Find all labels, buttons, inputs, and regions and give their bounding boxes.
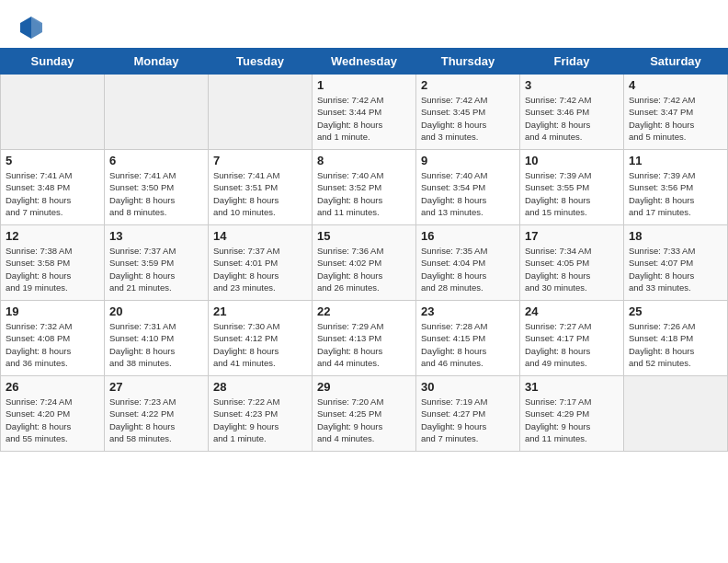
day-info: Sunrise: 7:39 AM Sunset: 3:56 PM Dayligh… <box>629 169 722 218</box>
logo-icon <box>18 15 44 40</box>
day-number: 10 <box>525 154 619 167</box>
day-number: 23 <box>421 304 515 318</box>
calendar-cell <box>105 75 209 150</box>
calendar-cell: 30Sunrise: 7:19 AM Sunset: 4:27 PM Dayli… <box>416 376 520 452</box>
day-number: 17 <box>525 229 619 243</box>
day-number: 28 <box>213 380 307 394</box>
day-info: Sunrise: 7:40 AM Sunset: 3:52 PM Dayligh… <box>317 169 411 218</box>
day-info: Sunrise: 7:31 AM Sunset: 4:10 PM Dayligh… <box>109 320 203 369</box>
calendar-cell: 2Sunrise: 7:42 AM Sunset: 3:45 PM Daylig… <box>416 75 520 150</box>
day-number: 27 <box>109 380 203 394</box>
calendar-week-row: 26Sunrise: 7:24 AM Sunset: 4:20 PM Dayli… <box>1 376 728 452</box>
day-number: 18 <box>629 229 722 243</box>
calendar-cell: 29Sunrise: 7:20 AM Sunset: 4:25 PM Dayli… <box>313 376 416 452</box>
day-info: Sunrise: 7:36 AM Sunset: 4:02 PM Dayligh… <box>317 245 411 293</box>
svg-marker-1 <box>31 17 42 39</box>
day-number: 5 <box>6 154 99 167</box>
day-number: 13 <box>109 229 203 243</box>
day-number: 29 <box>317 380 411 394</box>
calendar-cell: 8Sunrise: 7:40 AM Sunset: 3:52 PM Daylig… <box>313 150 416 225</box>
calendar-cell: 21Sunrise: 7:30 AM Sunset: 4:12 PM Dayli… <box>209 301 313 376</box>
day-info: Sunrise: 7:40 AM Sunset: 3:54 PM Dayligh… <box>421 169 515 218</box>
day-info: Sunrise: 7:29 AM Sunset: 4:13 PM Dayligh… <box>317 320 411 369</box>
calendar-cell: 16Sunrise: 7:35 AM Sunset: 4:04 PM Dayli… <box>416 225 520 301</box>
day-number: 4 <box>629 78 722 92</box>
calendar-week-row: 5Sunrise: 7:41 AM Sunset: 3:48 PM Daylig… <box>1 150 728 225</box>
calendar-week-row: 19Sunrise: 7:32 AM Sunset: 4:08 PM Dayli… <box>1 301 728 376</box>
day-number: 21 <box>213 304 307 318</box>
day-info: Sunrise: 7:32 AM Sunset: 4:08 PM Dayligh… <box>6 320 99 369</box>
calendar-cell: 27Sunrise: 7:23 AM Sunset: 4:22 PM Dayli… <box>105 376 209 452</box>
day-info: Sunrise: 7:20 AM Sunset: 4:25 PM Dayligh… <box>317 396 411 444</box>
day-info: Sunrise: 7:37 AM Sunset: 4:01 PM Dayligh… <box>213 245 307 293</box>
day-info: Sunrise: 7:42 AM Sunset: 3:46 PM Dayligh… <box>525 94 619 143</box>
calendar-cell: 3Sunrise: 7:42 AM Sunset: 3:46 PM Daylig… <box>520 75 624 150</box>
calendar-cell: 4Sunrise: 7:42 AM Sunset: 3:47 PM Daylig… <box>624 75 728 150</box>
day-info: Sunrise: 7:26 AM Sunset: 4:18 PM Dayligh… <box>629 320 722 369</box>
calendar-cell: 14Sunrise: 7:37 AM Sunset: 4:01 PM Dayli… <box>209 225 313 301</box>
calendar-cell: 5Sunrise: 7:41 AM Sunset: 3:48 PM Daylig… <box>1 150 105 225</box>
day-info: Sunrise: 7:28 AM Sunset: 4:15 PM Dayligh… <box>421 320 515 369</box>
calendar-cell: 24Sunrise: 7:27 AM Sunset: 4:17 PM Dayli… <box>520 301 624 376</box>
day-number: 8 <box>317 154 411 167</box>
day-info: Sunrise: 7:35 AM Sunset: 4:04 PM Dayligh… <box>421 245 515 293</box>
day-number: 3 <box>525 78 619 92</box>
calendar-cell: 17Sunrise: 7:34 AM Sunset: 4:05 PM Dayli… <box>520 225 624 301</box>
day-info: Sunrise: 7:39 AM Sunset: 3:55 PM Dayligh… <box>525 169 619 218</box>
calendar-cell: 25Sunrise: 7:26 AM Sunset: 4:18 PM Dayli… <box>624 301 728 376</box>
calendar-cell: 19Sunrise: 7:32 AM Sunset: 4:08 PM Dayli… <box>1 301 105 376</box>
calendar-cell: 31Sunrise: 7:17 AM Sunset: 4:29 PM Dayli… <box>520 376 624 452</box>
day-info: Sunrise: 7:24 AM Sunset: 4:20 PM Dayligh… <box>6 396 99 444</box>
day-number: 1 <box>317 78 411 92</box>
day-number: 11 <box>629 154 722 167</box>
weekday-header: Saturday <box>624 49 728 75</box>
calendar-cell <box>624 376 728 452</box>
weekday-header: Sunday <box>1 49 105 75</box>
svg-marker-2 <box>20 17 31 39</box>
day-number: 26 <box>6 380 99 394</box>
calendar-cell: 28Sunrise: 7:22 AM Sunset: 4:23 PM Dayli… <box>209 376 313 452</box>
day-number: 7 <box>213 154 307 167</box>
day-info: Sunrise: 7:34 AM Sunset: 4:05 PM Dayligh… <box>525 245 619 293</box>
day-number: 6 <box>109 154 203 167</box>
day-number: 31 <box>525 380 619 394</box>
day-number: 30 <box>421 380 515 394</box>
weekday-row: SundayMondayTuesdayWednesdayThursdayFrid… <box>1 49 728 75</box>
day-info: Sunrise: 7:42 AM Sunset: 3:45 PM Dayligh… <box>421 94 515 143</box>
calendar-cell: 18Sunrise: 7:33 AM Sunset: 4:07 PM Dayli… <box>624 225 728 301</box>
calendar-week-row: 12Sunrise: 7:38 AM Sunset: 3:58 PM Dayli… <box>1 225 728 301</box>
day-info: Sunrise: 7:38 AM Sunset: 3:58 PM Dayligh… <box>6 245 99 293</box>
calendar-cell: 12Sunrise: 7:38 AM Sunset: 3:58 PM Dayli… <box>1 225 105 301</box>
day-info: Sunrise: 7:42 AM Sunset: 3:44 PM Dayligh… <box>317 94 411 143</box>
calendar-cell: 20Sunrise: 7:31 AM Sunset: 4:10 PM Dayli… <box>105 301 209 376</box>
calendar-week-row: 1Sunrise: 7:42 AM Sunset: 3:44 PM Daylig… <box>1 75 728 150</box>
calendar-cell: 11Sunrise: 7:39 AM Sunset: 3:56 PM Dayli… <box>624 150 728 225</box>
day-info: Sunrise: 7:41 AM Sunset: 3:51 PM Dayligh… <box>213 169 307 218</box>
calendar-cell: 7Sunrise: 7:41 AM Sunset: 3:51 PM Daylig… <box>209 150 313 225</box>
calendar-cell: 22Sunrise: 7:29 AM Sunset: 4:13 PM Dayli… <box>313 301 416 376</box>
day-number: 9 <box>421 154 515 167</box>
calendar-cell: 23Sunrise: 7:28 AM Sunset: 4:15 PM Dayli… <box>416 301 520 376</box>
day-number: 19 <box>6 304 99 318</box>
calendar-cell: 9Sunrise: 7:40 AM Sunset: 3:54 PM Daylig… <box>416 150 520 225</box>
day-info: Sunrise: 7:33 AM Sunset: 4:07 PM Dayligh… <box>629 245 722 293</box>
calendar-cell: 10Sunrise: 7:39 AM Sunset: 3:55 PM Dayli… <box>520 150 624 225</box>
page-header <box>0 0 728 48</box>
calendar-cell <box>209 75 313 150</box>
day-number: 20 <box>109 304 203 318</box>
day-number: 15 <box>317 229 411 243</box>
calendar-cell: 6Sunrise: 7:41 AM Sunset: 3:50 PM Daylig… <box>105 150 209 225</box>
calendar-cell <box>1 75 105 150</box>
calendar-header: SundayMondayTuesdayWednesdayThursdayFrid… <box>1 49 728 75</box>
day-number: 24 <box>525 304 619 318</box>
day-info: Sunrise: 7:37 AM Sunset: 3:59 PM Dayligh… <box>109 245 203 293</box>
logo <box>18 15 48 40</box>
day-info: Sunrise: 7:22 AM Sunset: 4:23 PM Dayligh… <box>213 396 307 444</box>
calendar-cell: 13Sunrise: 7:37 AM Sunset: 3:59 PM Dayli… <box>105 225 209 301</box>
weekday-header: Thursday <box>416 49 520 75</box>
day-number: 2 <box>421 78 515 92</box>
day-number: 16 <box>421 229 515 243</box>
day-info: Sunrise: 7:30 AM Sunset: 4:12 PM Dayligh… <box>213 320 307 369</box>
day-info: Sunrise: 7:41 AM Sunset: 3:50 PM Dayligh… <box>109 169 203 218</box>
day-info: Sunrise: 7:42 AM Sunset: 3:47 PM Dayligh… <box>629 94 722 143</box>
